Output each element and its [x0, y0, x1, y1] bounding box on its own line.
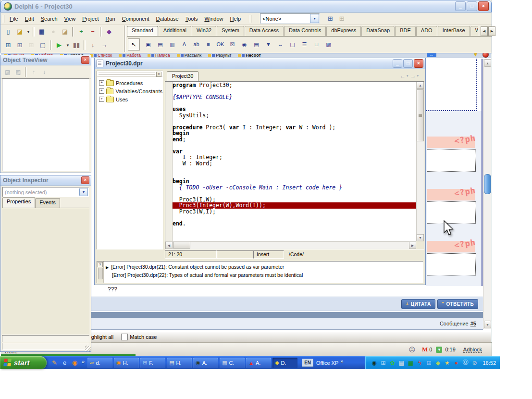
- taskbar-button-a[interactable]: ▲A.: [246, 358, 271, 368]
- editor-hscrollbar[interactable]: ◀ ▶: [165, 241, 416, 249]
- adblock-status-button[interactable]: Adblock: [463, 347, 482, 353]
- label-icon[interactable]: A: [179, 39, 190, 50]
- tray-power-icon[interactable]: ϟ: [416, 359, 423, 367]
- menu-item-component[interactable]: Component: [119, 15, 153, 23]
- view-unit-icon[interactable]: ⊞: [2, 39, 14, 50]
- treeview-body[interactable]: [2, 78, 89, 171]
- scroll-right-icon[interactable]: ▶: [409, 242, 416, 249]
- quicklaunch-winamp-icon[interactable]: ✎: [50, 359, 59, 367]
- browser-tab[interactable]: Рассылк: [177, 53, 201, 58]
- trace-into-icon[interactable]: ↓: [87, 39, 99, 50]
- tray-wand-icon[interactable]: ★: [443, 359, 451, 367]
- vscroll-thumb[interactable]: [417, 89, 424, 141]
- browser-tab[interactable]: Написа: [148, 53, 170, 58]
- inspector-titlebar[interactable]: Object Inspector ×: [0, 175, 91, 186]
- palette-tab-win32[interactable]: Win32: [192, 26, 216, 36]
- match-case-label[interactable]: Match case: [130, 334, 157, 340]
- new-item-icon[interactable]: ▨: [2, 67, 13, 77]
- taskbar-button-d[interactable]: ▱d.: [87, 358, 112, 368]
- palette-tab-data-controls[interactable]: Data Controls: [284, 26, 326, 36]
- code-line[interactable]: end.: [173, 221, 416, 227]
- back-icon[interactable]: ←: [400, 73, 406, 79]
- taskbar-button-f[interactable]: ⊞F.: [140, 358, 165, 368]
- taskbar-button-d[interactable]: ◆D.: [272, 358, 297, 368]
- pause-icon[interactable]: ▮▮: [71, 39, 82, 50]
- tray-lan-icon[interactable]: ⊞: [425, 359, 433, 367]
- code-line[interactable]: [173, 173, 416, 179]
- messages-scrollbar[interactable]: [98, 268, 103, 279]
- toolbar-grip[interactable]: [249, 15, 251, 23]
- editor-vscrollbar[interactable]: ▲ ▼: [416, 82, 424, 241]
- expand-icon[interactable]: +: [99, 97, 104, 102]
- menu-item-view[interactable]: View: [61, 15, 79, 23]
- scroll-up-icon[interactable]: ▲: [417, 82, 424, 89]
- code-text-area[interactable]: program Project30; {$APPTYPE CONSOLE} us…: [173, 82, 416, 241]
- remove-file-from-project-icon[interactable]: −: [87, 26, 99, 37]
- code-line[interactable]: program Project30;: [173, 82, 416, 88]
- code-view-tab[interactable]: \Code/: [284, 250, 304, 257]
- explorer-header[interactable]: x: [97, 71, 162, 77]
- explorer-close-icon[interactable]: x: [156, 72, 161, 77]
- tray-icq-icon[interactable]: ✿: [388, 359, 396, 367]
- button-icon[interactable]: OK: [215, 39, 226, 50]
- hscroll-thumb[interactable]: [173, 242, 190, 249]
- sync-project-icon[interactable]: ⊞: [324, 13, 336, 24]
- code-line[interactable]: [173, 100, 416, 107]
- menu-item-tools[interactable]: Tools: [182, 15, 201, 23]
- error-message[interactable]: [Error] Project30.dpr(22): Types of actu…: [106, 272, 303, 278]
- checkbox-icon[interactable]: ☒: [227, 39, 238, 50]
- radiobutton-icon[interactable]: ◉: [239, 39, 250, 50]
- quicklaunch-chevron-icon[interactable]: »: [82, 359, 85, 364]
- open-dropdown-icon[interactable]: ▾: [25, 26, 31, 37]
- taskbar-button-h[interactable]: ▤H.: [167, 358, 192, 368]
- browser-tab[interactable]: Несоот: [238, 53, 261, 58]
- browser-scrollbar[interactable]: ▲ ▼: [483, 59, 491, 329]
- menu-item-help[interactable]: Help: [227, 15, 245, 23]
- menu-item-file[interactable]: File: [6, 15, 22, 23]
- code-line[interactable]: end;: [173, 137, 416, 143]
- menu-item-run[interactable]: Run: [102, 15, 119, 23]
- save-all-icon[interactable]: ●: [48, 26, 59, 37]
- desktop-layout-combo[interactable]: <None> ▼: [260, 13, 320, 24]
- error-message[interactable]: ▶[Error] Project30.dpr(21): Constant obj…: [106, 264, 284, 270]
- toolbar-grip[interactable]: [2, 15, 4, 23]
- code-line[interactable]: Proc3(W,I);: [173, 209, 416, 215]
- new-file-icon[interactable]: ▯: [2, 26, 14, 37]
- move-up-icon[interactable]: ↑: [28, 67, 39, 77]
- frown-status-icon[interactable]: ☹: [408, 346, 415, 353]
- close-button[interactable]: ×: [478, 1, 489, 11]
- code-line[interactable]: SysUtils;: [173, 112, 416, 119]
- start-button[interactable]: start: [0, 356, 47, 369]
- palette-tab-dbexpress[interactable]: dbExpress: [326, 26, 361, 36]
- palette-tab-ado[interactable]: ADO: [416, 26, 437, 36]
- menu-item-edit[interactable]: Edit: [22, 15, 37, 23]
- palette-tab-datasnap[interactable]: DataSnap: [361, 26, 395, 36]
- palette-tab-data-access[interactable]: Data Access: [245, 26, 284, 36]
- taskbar-button-h[interactable]: ◉H.: [114, 358, 139, 368]
- taskbar-clock[interactable]: 16:52: [483, 360, 496, 366]
- code-window-titlebar[interactable]: Project30.dpr _ □ ×: [95, 58, 425, 69]
- code-editor[interactable]: program Project30; {$APPTYPE CONSOLE} us…: [165, 81, 424, 249]
- run-dropdown-icon[interactable]: ▾: [65, 39, 71, 50]
- close-icon[interactable]: ×: [81, 176, 89, 184]
- view-form-icon[interactable]: ⊞: [14, 39, 25, 50]
- browser-tab[interactable]: Результ: [208, 53, 231, 58]
- scrollbar-thumb[interactable]: [484, 174, 491, 194]
- reply-button[interactable]: ”ОТВЕТИТЬ: [437, 299, 478, 309]
- messages-close-icon[interactable]: x: [98, 262, 103, 267]
- toggle-form-unit-icon[interactable]: ⊞: [25, 39, 37, 50]
- download-status-icon[interactable]: ▼: [436, 347, 442, 353]
- combo-dropdown-icon[interactable]: ▼: [310, 14, 319, 23]
- listbox-icon[interactable]: ▤: [251, 39, 262, 50]
- delete-item-icon[interactable]: ▨: [13, 67, 24, 77]
- code-line[interactable]: begin: [173, 130, 416, 137]
- minimize-button[interactable]: _: [455, 1, 466, 11]
- back-dropdown-icon[interactable]: ▾: [407, 74, 408, 78]
- explorer-item-procedures[interactable]: +Procedures: [97, 79, 162, 87]
- menu-item-window[interactable]: Window: [201, 15, 226, 23]
- code-line[interactable]: procedure Proc3( var I : Integer; var W …: [173, 125, 416, 131]
- gmail-icon[interactable]: M: [422, 346, 428, 353]
- edit-icon[interactable]: ab: [191, 39, 202, 50]
- menu-item-project[interactable]: Project: [79, 15, 102, 23]
- open-project-icon[interactable]: ◪: [59, 26, 71, 37]
